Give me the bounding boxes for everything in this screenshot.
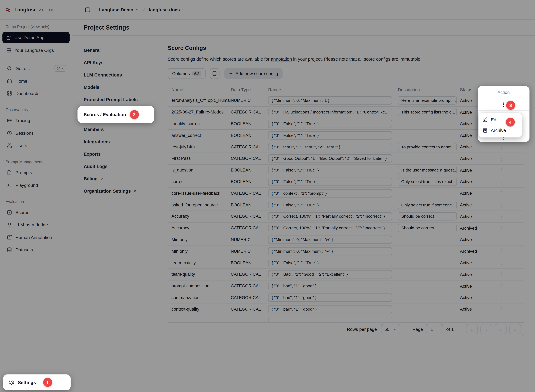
tour-step-2-badge: 2 [130, 110, 139, 119]
sidebar-settings-button[interactable]: Settings 1 [3, 374, 71, 390]
menu-item-archive[interactable]: Archive [480, 125, 520, 136]
gear-icon [9, 379, 14, 385]
pen-square-icon [483, 117, 488, 122]
settings-nav-scores-evaluation-spotlight[interactable]: Scores / Evaluation 2 [77, 106, 154, 123]
dim-overlay [0, 0, 535, 392]
tour-step-3-badge: 3 [506, 101, 515, 110]
action-column-header: Action [478, 86, 530, 99]
tour-step-4-badge: 4 [506, 118, 515, 126]
app-root: Langfuse v3.113.0 Demo Project (view onl… [0, 0, 535, 392]
row-actions-dropdown: Edit Archive [479, 112, 522, 137]
row-actions-menu-button[interactable] [500, 101, 507, 108]
tour-step-1-badge: 1 [43, 378, 52, 387]
archive-icon [483, 128, 488, 133]
